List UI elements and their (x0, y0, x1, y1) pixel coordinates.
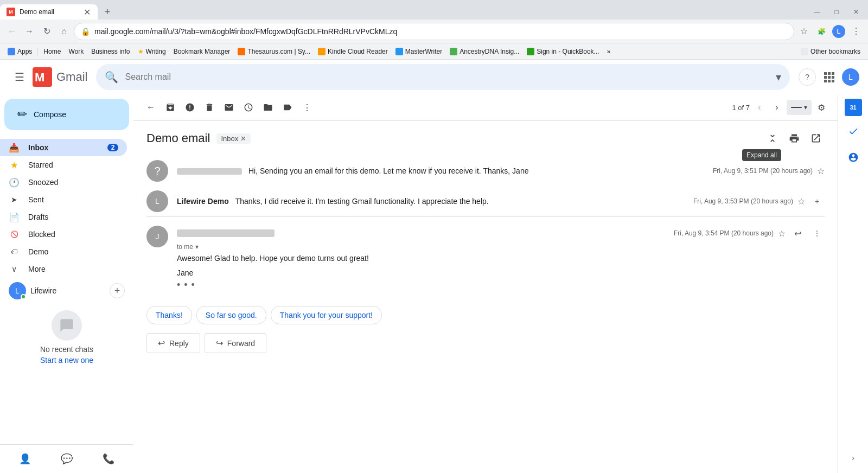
bookmark-thesaurus[interactable]: Thesaurus.com | Sy... (234, 47, 314, 56)
thread-header-actions: Expand all (764, 130, 825, 147)
start-new-chat-link[interactable]: Start a new one (40, 356, 93, 365)
address-bar[interactable]: 🔒 mail.google.com/mail/u/3/?tab=wm&ogbl#… (74, 23, 794, 40)
sidebar-item-sent[interactable]: ➤ Sent (0, 191, 127, 208)
bookmark-more[interactable]: » (604, 47, 614, 56)
home-button[interactable]: ⌂ (56, 24, 72, 39)
gmail-logo: M Gmail (33, 67, 87, 87)
back-button[interactable]: ← (4, 24, 20, 39)
sidebar-item-drafts[interactable]: 📄 Drafts (0, 208, 127, 226)
bookmark-apps[interactable]: Apps (4, 47, 35, 56)
email-to-expand-button[interactable]: ▾ (195, 243, 199, 251)
expand-message-2-button[interactable]: + (809, 194, 825, 209)
bookmark-bookmark-manager[interactable]: Bookmark Manager (170, 47, 234, 56)
minimize-button[interactable]: — (809, 4, 825, 20)
email-message-2[interactable]: L Lifewire Demo Thanks, I did receive it… (146, 186, 825, 216)
compose-button[interactable]: ✏ Compose (4, 99, 129, 130)
add-people-button[interactable]: + (110, 283, 125, 298)
reply-quick-button[interactable]: ↩ (790, 226, 805, 241)
calendar-side-button[interactable]: 31 (845, 99, 862, 116)
mark-read-button[interactable] (220, 99, 238, 116)
sidebar-item-sent-label: Sent (28, 195, 118, 204)
inbox-badge: 2 (107, 144, 118, 151)
expand-all-button[interactable] (764, 130, 781, 147)
bookmark-ancestry[interactable]: AncestryDNA Insig... (446, 47, 522, 56)
refresh-button[interactable]: ↻ (39, 24, 54, 39)
side-panel-expand-button[interactable]: › (843, 447, 864, 469)
contacts-side-button[interactable] (843, 146, 864, 168)
reply-icon: ↩ (158, 338, 165, 348)
search-bar[interactable]: 🔍 ▾ (96, 64, 790, 90)
bookmark-masterwriter[interactable]: MasterWriter (392, 47, 445, 56)
bookmark-quickbooks[interactable]: Sign in - QuickBook... (524, 47, 602, 56)
bookmark-button[interactable]: ☆ (796, 24, 812, 39)
star-button-1[interactable]: ☆ (817, 166, 825, 176)
sender-blurred-3 (177, 229, 275, 237)
browser-tab-active[interactable]: M Demo email ✕ (0, 4, 98, 20)
inbox-tag-remove-button[interactable]: ✕ (240, 135, 246, 143)
forward-button[interactable]: → (22, 24, 37, 39)
phone-bottom-button[interactable]: 📞 (99, 449, 118, 469)
open-in-new-window-button[interactable] (807, 130, 825, 147)
sidebar-item-starred[interactable]: ★ Starred (0, 156, 127, 174)
more-message-3-button[interactable]: ⋮ (809, 226, 825, 241)
report-spam-button[interactable] (181, 99, 199, 116)
smart-reply-support[interactable]: Thank you for your support! (271, 306, 382, 324)
people-avatar[interactable]: L (9, 282, 26, 299)
more-actions-button[interactable]: ⋮ (298, 99, 316, 116)
back-to-inbox-button[interactable]: ← (142, 99, 159, 116)
print-button[interactable] (786, 130, 803, 147)
label-button[interactable] (279, 99, 296, 116)
email-message-3-body: Fri, Aug 9, 3:54 PM (20 hours ago) ☆ ↩ ⋮… (177, 226, 825, 291)
contacts-bottom-button[interactable]: 👤 (15, 449, 35, 469)
email-message-1[interactable]: ? Hi, Sending you an email for this demo… (146, 156, 825, 186)
chat-bottom-button[interactable]: 💬 (57, 449, 76, 469)
svg-rect-5 (824, 76, 827, 79)
bookmark-work[interactable]: Work (65, 47, 87, 56)
apps-grid-button[interactable] (818, 66, 840, 88)
sidebar-item-more[interactable]: ∨ More (0, 260, 127, 278)
sidebar-item-snoozed[interactable]: 🕐 Snoozed (0, 174, 127, 191)
extension-button[interactable]: 🧩 (814, 24, 829, 39)
menu-button[interactable]: ⋮ (848, 24, 864, 39)
new-tab-button[interactable]: + (100, 4, 115, 20)
tab-close-button[interactable]: ✕ (82, 8, 91, 16)
archive-button[interactable] (162, 99, 179, 116)
email-elipsis-button[interactable]: • • • (177, 279, 825, 291)
reply-forward-section: ↩ Reply ↪ Forward (146, 333, 825, 353)
maximize-button[interactable]: □ (829, 4, 844, 20)
smart-reply-good[interactable]: So far so good. (196, 306, 266, 324)
search-expand-icon[interactable]: ▾ (776, 71, 781, 84)
bookmark-kindle[interactable]: Kindle Cloud Reader (315, 47, 391, 56)
prev-email-button[interactable]: ‹ (752, 100, 767, 115)
reply-button[interactable]: ↩ Reply (146, 333, 200, 353)
user-avatar[interactable]: L (842, 68, 859, 86)
settings-button[interactable]: ⚙ (814, 100, 829, 115)
help-button[interactable]: ? (799, 68, 816, 86)
svg-rect-6 (828, 76, 831, 79)
next-email-button[interactable]: › (769, 100, 784, 115)
sidebar-item-demo[interactable]: 🏷 Demo (0, 243, 127, 260)
bookmark-writing[interactable]: ★ Writing (135, 47, 169, 56)
tasks-side-button[interactable] (843, 120, 864, 142)
smart-reply-thanks[interactable]: Thanks! (146, 306, 192, 324)
view-selector[interactable]: ▾ (787, 100, 812, 115)
star-button-3[interactable]: ☆ (778, 228, 786, 239)
bookmark-business[interactable]: Business info (88, 47, 133, 56)
sidebar-item-blocked[interactable]: 🚫 Blocked (0, 226, 127, 243)
forward-button[interactable]: ↪ Forward (205, 333, 266, 353)
email-to-label: to me (177, 243, 193, 251)
search-input[interactable] (125, 72, 769, 82)
move-to-button[interactable] (259, 99, 277, 116)
bookmark-home[interactable]: Home (40, 47, 64, 56)
delete-button[interactable] (201, 99, 218, 116)
pagination-info: 1 of 7 (732, 104, 750, 112)
thread-subject-text: Demo email (146, 131, 210, 145)
bookmark-other[interactable]: Other bookmarks (797, 47, 864, 56)
star-button-2[interactable]: ☆ (797, 196, 805, 207)
sidebar-item-inbox[interactable]: 📥 Inbox 2 (0, 139, 127, 156)
right-side-panel: 31 › (838, 94, 868, 473)
close-window-button[interactable]: ✕ (848, 4, 864, 20)
profile-button[interactable]: L (831, 24, 846, 39)
gmail-menu-button[interactable]: ☰ (9, 66, 30, 88)
snooze-button[interactable] (240, 99, 257, 116)
